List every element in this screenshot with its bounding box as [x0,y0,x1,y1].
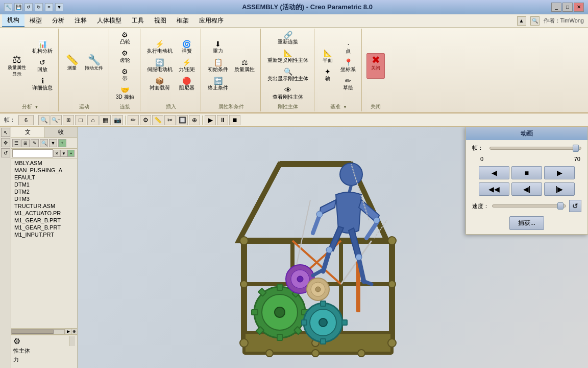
menu-nav-search[interactable]: 🔍 [530,16,540,26]
tree-item-9[interactable]: M1_GEAR_B.PRT [12,224,76,231]
menu-shitu[interactable]: 视图 [149,14,172,27]
tree-tool1[interactable]: ☰ [12,139,20,147]
zoom-fit-btn[interactable]: ⊞ [63,115,74,125]
ribbon-btn-liniuju[interactable]: ⚡ 力/扭矩 [176,57,198,75]
select-btn[interactable]: 🔲 [177,115,188,125]
tree-tool3[interactable]: ✎ [31,139,39,147]
anim-stop-btn[interactable]: ■ [511,166,542,179]
anim-prev-btn[interactable]: ◀ [479,166,509,179]
tree-item-5[interactable]: DTM3 [12,195,76,202]
ribbon-btn-zuni[interactable]: 🔴 阻尼器 [176,76,198,93]
tree-item-7[interactable]: M1_ACTUATO.PR [12,210,76,217]
ribbon-btn-dian[interactable]: · 点 [338,39,358,56]
tree-item-1[interactable]: MAN_PUSHING_A [12,167,76,174]
left-tab-wen[interactable]: 文 [11,127,44,137]
maximize-button[interactable]: □ [562,3,573,12]
ribbon-btn-dai[interactable]: ⚙ 带 [113,66,137,84]
tree-item-8[interactable]: M1_GEAR_B.PRT [12,217,76,224]
camera-btn[interactable]: 📷 [112,115,123,125]
ribbon-btn-zhiliangshuxing2[interactable]: ⚖ 质量属性 [232,57,257,75]
view-3d-btn[interactable]: □ [75,115,86,125]
speed-slider-thumb[interactable] [557,202,564,210]
tree-tool2[interactable]: ⊞ [21,139,30,147]
menu-gongju[interactable]: 工具 [127,14,149,27]
pause-btn[interactable]: ⏸ [217,115,228,125]
pencil-btn[interactable]: ✏ [128,115,139,125]
ribbon-btn-sifu[interactable]: 🔄 伺服电动机 [144,57,175,75]
ribbon-btn-zhongzhitiaojian[interactable]: 🔚 终止条件 [205,76,231,93]
cut-btn[interactable]: ✂ [164,115,176,125]
ribbon-btn-chonglian[interactable]: 🔗 重新连接 [265,30,311,47]
ribbon-btn-zuobiaoxi[interactable]: 📍 坐标系 [338,57,358,75]
toolbar-icon[interactable]: ≡ [45,3,53,11]
redo-icon[interactable]: ↻ [35,3,43,11]
ribbon-btn-tuchu[interactable]: 🔍 突出显示刚性主体 [265,66,311,84]
search-add2[interactable]: + [67,150,75,157]
menu-nav-up[interactable]: ▲ [517,16,526,26]
ribbon-btn-xiangxi[interactable]: ℹ 详细信息 [30,76,55,93]
grid-btn[interactable]: ▦ [100,115,111,125]
vtool-move[interactable]: ✥ [1,138,10,147]
ribbon-btn-jigou-fenxi[interactable]: 📊 机构分析 [30,39,55,56]
menu-jigou[interactable]: 机构 [2,14,24,27]
tree-scroll-expand[interactable]: ⊕ [71,329,77,335]
play-btn[interactable]: ▶ [205,115,216,125]
ribbon-btn-celiang[interactable]: 📏 测量 [63,53,81,79]
tree-item-3[interactable]: DTM1 [12,181,76,188]
ribbon-btn-chakan[interactable]: 👁 查看刚性主体 [265,85,311,102]
menu-moxing[interactable]: 模型 [24,14,47,27]
frame-slider-thumb[interactable] [573,145,579,152]
undo-icon[interactable]: ↺ [24,3,33,11]
jichun-dropdown[interactable]: ▼ [343,105,347,109]
capture-button[interactable]: 捕获... [509,216,544,230]
stop-btn2[interactable]: ⏹ [229,115,240,125]
zoom-out-btn[interactable]: 🔍− [51,115,62,125]
menu-zhushi[interactable]: 注释 [69,14,92,27]
tree-add[interactable]: + [58,139,66,147]
tree-item-0[interactable]: MBLY.ASM [12,159,76,167]
ribbon-btn-tanhuang[interactable]: 🌀 弹簧 [176,39,198,56]
ribbon-btn-huifang[interactable]: ↺ 回放 [30,57,55,75]
ribbon-btn-3d[interactable]: 🤝 3D 接触 [113,85,137,102]
tree-item-10[interactable]: M1_INPUT.PRT [12,231,76,238]
anim-next-btn[interactable]: ▶ [544,166,575,179]
ribbon-btn-chushitiaojian[interactable]: 📋 初始条件 [205,57,231,75]
ribbon-btn-tuodong[interactable]: 🔧 拖动元件 [82,53,106,79]
close-button[interactable]: ✕ [574,3,584,12]
zoom-in-btn[interactable]: 🔍 [38,115,50,125]
tree-filter[interactable]: ▼ [49,139,57,147]
ribbon-btn-guanbi[interactable]: ✖ 关闭 [366,53,385,79]
menu-yingyong[interactable]: 应用程序 [194,14,229,27]
ribbon-btn-chilun[interactable]: ⚙ 齿轮 [113,48,137,65]
tree-scroll-right[interactable]: ▶ [65,329,71,335]
ribbon-btn-zhixing[interactable]: ⚡ 执行电动机 [144,39,175,56]
menu-renti[interactable]: 人体模型 [92,14,127,27]
tree-search[interactable]: 🔍 [40,139,48,147]
tree-search-input[interactable] [12,149,53,157]
ribbon-btn-tulun[interactable]: ⚙ 凸轮 [113,30,137,47]
customize-icon[interactable]: ▼ [55,3,63,11]
speed-slider-track[interactable] [492,204,566,208]
ribbon-btn-zhou[interactable]: ✦ 轴 [318,66,337,84]
tree-item-4[interactable]: DTM2 [12,188,76,195]
settings-btn[interactable]: ⚙ [140,115,151,125]
ribbon-btn-pingmian[interactable]: 📐 平面 [318,48,337,65]
ribbon-btn-caohui[interactable]: ✏ 草绘 [338,76,358,93]
speed-refresh-btn[interactable]: ↺ [569,200,581,212]
ribbon-btn-chentao[interactable]: 📦 衬套载荷 [144,76,175,93]
tree-item-2[interactable]: EFAULT [12,174,76,181]
tree-item-6[interactable]: TRUCTUR.ASM [12,202,76,210]
ribbon-btn-quality[interactable]: ⚖ 质量属性显示 [5,53,29,79]
fenxi-dropdown-arrow[interactable]: ▼ [35,105,39,109]
anim-step-forward-btn[interactable]: |▶ [544,182,575,196]
search-expand[interactable]: ▼ [60,150,67,157]
ribbon-btn-chongdingyigang[interactable]: 📐 重新定义刚性主体 [265,48,311,65]
menu-kuangjia[interactable]: 框架 [172,14,194,27]
measure-btn[interactable]: 📏 [152,115,163,125]
ribbon-btn-zhongli[interactable]: ⬇ 重力 [205,39,231,56]
anim-step-back-btn[interactable]: ◀| [511,182,542,196]
menu-fenxi[interactable]: 分析 [47,14,69,27]
quick-save-icon[interactable]: 💾 [14,3,22,11]
vtool-select[interactable]: ↖ [1,128,10,137]
crosshair-btn[interactable]: ⊕ [189,115,200,125]
